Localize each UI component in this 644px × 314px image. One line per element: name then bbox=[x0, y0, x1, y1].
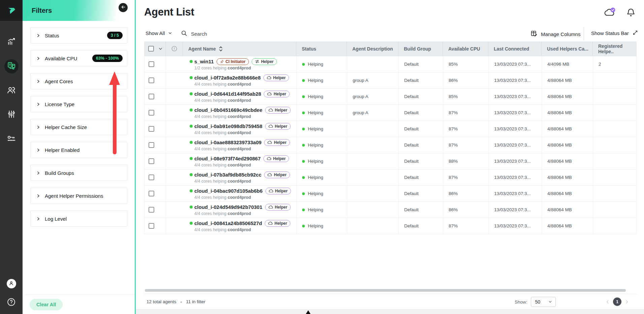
table-row[interactable]: cloud_i-04bac907d105ab6b6Helper4/4 cores… bbox=[144, 186, 637, 202]
chevron-right-icon bbox=[36, 125, 40, 129]
available-cpu-cell: 85% bbox=[443, 56, 489, 72]
page-size-select[interactable]: 50 bbox=[531, 297, 556, 307]
search-input[interactable] bbox=[191, 31, 272, 37]
chevron-down-icon[interactable] bbox=[158, 46, 163, 51]
clear-all-button[interactable]: Clear All bbox=[30, 299, 63, 310]
row-checkbox[interactable] bbox=[149, 207, 154, 213]
row-select-cell bbox=[144, 218, 166, 234]
filter-item-agent-helper-permissions[interactable]: Agent Helper Permissions bbox=[30, 188, 127, 204]
collapse-filters-button[interactable] bbox=[119, 3, 128, 12]
table-row[interactable]: cloud_i-0ab91e098db759458Helper4/4 cores… bbox=[144, 121, 637, 137]
table-row[interactable]: cloud_i-00841a24b8506527dHelper4/4 cores… bbox=[144, 218, 637, 234]
row-select-cell bbox=[144, 153, 166, 169]
sidebar-item-settings[interactable] bbox=[4, 108, 19, 122]
filter-item-agent-cores[interactable]: Agent Cores bbox=[30, 73, 127, 89]
registered-helpers-cell bbox=[593, 218, 637, 234]
arrow-left-icon bbox=[121, 5, 126, 10]
registered-helpers-cell bbox=[593, 89, 637, 104]
notifications-button[interactable] bbox=[626, 8, 635, 19]
filter-item-helper-cache-size[interactable]: Helper Cache Size bbox=[30, 119, 127, 135]
horizontal-scrollbar[interactable] bbox=[145, 289, 626, 292]
filter-item-helper-enabled[interactable]: Helper Enabled bbox=[30, 142, 127, 158]
manage-columns-button[interactable]: Manage Columns bbox=[530, 30, 581, 38]
column-label: Registered Helpe.. bbox=[598, 43, 637, 54]
column-label: Last Connected bbox=[494, 46, 529, 52]
filter-item-available-cpu[interactable]: Available CPU63% - 100% bbox=[30, 50, 127, 66]
cloud-icon bbox=[267, 157, 271, 160]
previous-page-button[interactable] bbox=[605, 300, 610, 304]
used-helpers-cell: 4/88064 MB bbox=[542, 89, 593, 104]
column-label: Available CPU bbox=[448, 46, 480, 52]
table-row[interactable]: cloud_i-07b3af9db85cb92ccHelper4/4 cores… bbox=[144, 169, 637, 186]
show-all-dropdown[interactable]: Show All bbox=[146, 30, 172, 36]
sidebar-item-agents[interactable] bbox=[4, 59, 19, 73]
profile-button[interactable] bbox=[7, 279, 16, 288]
table-row[interactable]: cloud_i-0d6441d144f95ab28Helper4/4 cores… bbox=[144, 89, 637, 105]
next-page-button[interactable] bbox=[624, 300, 629, 304]
app-logo[interactable] bbox=[0, 0, 23, 21]
filter-item-log-level[interactable]: Log Level bbox=[30, 211, 127, 227]
filter-item-license-type[interactable]: License Type bbox=[30, 96, 127, 112]
agent-online-dot bbox=[190, 206, 193, 209]
row-alert-cell bbox=[166, 218, 183, 234]
row-checkbox[interactable] bbox=[149, 110, 154, 116]
agent-subtext: 4/4 cores helping coord4prod bbox=[190, 227, 251, 232]
description-cell bbox=[347, 137, 399, 153]
filter-item-status[interactable]: Status3 / 5 bbox=[30, 27, 127, 43]
badge-helper: Helper bbox=[265, 107, 291, 114]
sidebar-item-users[interactable] bbox=[4, 84, 19, 98]
agent-online-dot bbox=[190, 76, 193, 79]
sidebar-item-license[interactable] bbox=[4, 132, 19, 146]
badge-helper: Helper bbox=[265, 220, 290, 227]
agent-online-dot bbox=[190, 125, 193, 128]
sidebar-item-analytics[interactable] bbox=[4, 35, 19, 49]
in-filter-label: 11 in filter bbox=[186, 299, 205, 304]
status-dot bbox=[302, 63, 305, 66]
agent-subtext: 4/4 cores helping coord4prod bbox=[190, 179, 251, 184]
row-checkbox[interactable] bbox=[149, 126, 154, 132]
status-cell: Helping bbox=[297, 186, 347, 201]
show-status-bar-button[interactable]: Show Status Bar bbox=[591, 30, 638, 36]
help-button[interactable] bbox=[7, 298, 16, 307]
agent-name-cell: cloud_i-07b3af9db85cb92ccHelper4/4 cores… bbox=[183, 169, 297, 185]
agent-name-cell: cloud_i-00841a24b8506527dHelper4/4 cores… bbox=[183, 218, 297, 234]
row-checkbox[interactable] bbox=[149, 223, 154, 229]
row-checkbox[interactable] bbox=[149, 175, 154, 180]
agent-subtext: 4/4 cores helping coord4prod bbox=[190, 195, 251, 200]
current-page[interactable]: 1 bbox=[613, 297, 621, 306]
badge-ci-initiator: CI Initiator bbox=[217, 58, 249, 65]
table-row[interactable]: cloud_i-0f72a9a2e88b666e8Helper4/4 cores… bbox=[144, 72, 637, 89]
description-cell bbox=[347, 153, 399, 169]
row-checkbox[interactable] bbox=[149, 94, 154, 99]
row-alert-cell bbox=[166, 186, 183, 201]
row-checkbox[interactable] bbox=[149, 61, 154, 67]
chevron-right-icon bbox=[36, 34, 40, 37]
cloud-icon bbox=[269, 189, 273, 193]
table-row[interactable]: cloud_i-08e973f74ed290867Helper4/4 cores… bbox=[144, 153, 637, 169]
table-row[interactable]: cloud_i-024d549d942b70301Helper4/4 cores… bbox=[144, 202, 637, 218]
column-label: Used Helpers Ca... bbox=[547, 46, 588, 52]
row-checkbox[interactable] bbox=[149, 142, 154, 148]
table-row[interactable]: cloud_i-0aae8883239733a09Helper4/4 cores… bbox=[144, 137, 637, 153]
show-status-bar-label: Show Status Bar bbox=[591, 30, 629, 36]
cloud-status-button[interactable] bbox=[604, 7, 616, 19]
row-checkbox[interactable] bbox=[149, 191, 154, 196]
filters-header: Filters bbox=[23, 0, 135, 21]
column-header-registered-helpe: Registered Helpe.. bbox=[593, 41, 637, 56]
available-cpu-cell: 87% bbox=[443, 137, 489, 153]
build-group-cell: Default bbox=[399, 153, 443, 169]
table-row[interactable]: s_win11CI InitiatorHelper1/2 cores helpi… bbox=[144, 56, 637, 72]
sort-icon[interactable] bbox=[219, 46, 223, 52]
row-checkbox[interactable] bbox=[149, 158, 154, 164]
column-header-agent-name[interactable]: Agent Name bbox=[183, 41, 296, 56]
filter-item-build-groups[interactable]: Build Groups bbox=[30, 165, 127, 181]
filter-label: Build Groups bbox=[45, 170, 123, 176]
available-cpu-cell: 87% bbox=[443, 105, 489, 121]
select-all-checkbox[interactable] bbox=[148, 46, 154, 52]
table-row[interactable]: cloud_i-0b0451669c49cbdeeHelper4/4 cores… bbox=[144, 105, 637, 121]
registered-helpers-cell bbox=[593, 137, 637, 153]
page-size-value: 50 bbox=[535, 299, 541, 305]
filters-panel: Filters Status3 / 5Available CPU63% - 10… bbox=[23, 0, 135, 314]
description-cell: group A bbox=[347, 89, 399, 104]
row-checkbox[interactable] bbox=[149, 77, 154, 83]
